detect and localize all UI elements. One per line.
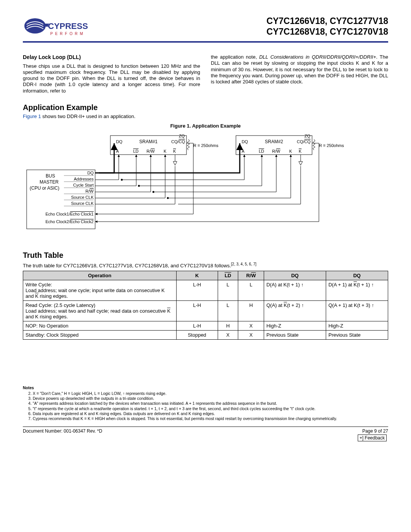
svg-text:Cycle Start: Cycle Start bbox=[73, 183, 94, 187]
svg-text:DQ: DQ bbox=[242, 139, 248, 144]
svg-text:R = 250ohms: R = 250ohms bbox=[319, 143, 344, 148]
th-dq1: DQ bbox=[264, 271, 326, 280]
sram1-label: SRAM#1 bbox=[139, 139, 158, 144]
note-item: Device powers up deselected with the out… bbox=[33, 396, 388, 401]
svg-text:Echo Clock2/Echo Clock2: Echo Clock2/Echo Clock2 bbox=[45, 219, 94, 224]
app-example-intro: Figure 1 shows two DDR-II+ used in an ap… bbox=[23, 113, 388, 119]
th-dq2: DQ bbox=[326, 271, 388, 280]
cypress-logo-icon: CYPRESS PERFORM bbox=[23, 15, 91, 38]
part-numbers: CY7C1266V18, CY7C1277V18 CY7C1268V18, CY… bbox=[266, 16, 388, 37]
svg-text:Addresses: Addresses bbox=[74, 177, 94, 181]
logo-text: CYPRESS bbox=[48, 21, 88, 31]
svg-text:LD: LD bbox=[133, 149, 139, 153]
dll-text-col1: These chips use a DLL that is designed t… bbox=[23, 63, 200, 94]
th-ld: LD bbox=[218, 271, 238, 280]
svg-text:(CPU or ASIC): (CPU or ASIC) bbox=[30, 185, 59, 191]
svg-point-42 bbox=[138, 185, 140, 187]
truth-intro-refs: [2, 3, 4, 5, 6, 7] bbox=[231, 262, 256, 266]
svg-text:MASTER: MASTER bbox=[40, 179, 59, 185]
svg-text:R/W: R/W bbox=[147, 149, 155, 153]
th-operation: Operation bbox=[23, 271, 177, 280]
truth-table: Operation K LD R/W DQ DQ Write Cycle: Lo… bbox=[23, 271, 388, 340]
svg-text:R/W: R/W bbox=[86, 189, 94, 193]
truth-table-intro: The truth table for CY7C1266V18, CY7C127… bbox=[23, 262, 388, 268]
svg-text:ZQ: ZQ bbox=[304, 134, 311, 138]
note-item: "t" represents the cycle at which a read… bbox=[33, 406, 388, 411]
truth-intro-text: The truth table for CY7C1266V18, CY7C127… bbox=[23, 263, 231, 268]
header-bar: CYPRESS PERFORM CY7C1266V18, CY7C1277V18… bbox=[23, 15, 388, 43]
svg-text:K: K bbox=[164, 149, 167, 153]
th-rw: R/W bbox=[238, 271, 264, 280]
dll-text-col2a: the application note, bbox=[211, 54, 259, 60]
svg-text:Source CLK: Source CLK bbox=[71, 201, 94, 206]
svg-text:DQ: DQ bbox=[88, 171, 94, 175]
svg-text:LD: LD bbox=[259, 149, 264, 153]
svg-text:A: A bbox=[242, 149, 245, 153]
figure-caption: Figure 1. Application Example bbox=[23, 123, 388, 129]
svg-text:ZQ: ZQ bbox=[179, 134, 185, 138]
note-item: Cypress recommends that K = K = HIGH whe… bbox=[33, 416, 388, 421]
notes-block: Notes X = "Don't Care," H = Logic HIGH, … bbox=[23, 385, 388, 421]
svg-point-43 bbox=[153, 191, 155, 193]
svg-text:BUS: BUS bbox=[46, 173, 55, 179]
sram2-label: SRAM#2 bbox=[265, 139, 283, 144]
footer-pagenum: Page 9 of 27 bbox=[362, 428, 388, 434]
svg-text:DQ: DQ bbox=[116, 139, 123, 144]
note-item: Data inputs are registered at K and K ri… bbox=[33, 411, 388, 416]
svg-text:Source CLK: Source CLK bbox=[71, 195, 94, 200]
logo: CYPRESS PERFORM bbox=[23, 15, 91, 38]
th-k: K bbox=[176, 271, 218, 280]
note-item: X = "Don't Care," H = Logic HIGH, L = Lo… bbox=[33, 391, 388, 396]
svg-text:R/W: R/W bbox=[272, 149, 280, 153]
svg-text:R = 250ohms: R = 250ohms bbox=[193, 143, 218, 148]
table-row: NOP: No Operation L-H H X High-Z High-Z bbox=[23, 321, 388, 331]
parts-line-1: CY7C1266V18, CY7C1277V18 bbox=[266, 16, 388, 27]
dll-columns: Delay Lock Loop (DLL) These chips use a … bbox=[23, 54, 388, 94]
parts-line-2: CY7C1268V18, CY7C1270V18 bbox=[266, 27, 388, 37]
app-intro-text: shows two DDR-II+ used in an application… bbox=[41, 113, 135, 119]
svg-text:CQ/CQ: CQ/CQ bbox=[297, 139, 311, 144]
svg-point-41 bbox=[121, 179, 123, 181]
truth-table-title: Truth Table bbox=[23, 251, 388, 260]
svg-text:CQ/CQ: CQ/CQ bbox=[171, 139, 185, 144]
footer: Document Number: 001-06347 Rev. *D Page … bbox=[23, 427, 388, 434]
svg-text:Echo Clock1/Echo Clock1: Echo Clock1/Echo Clock1 bbox=[45, 212, 94, 216]
note-item: "A" represents address location latched … bbox=[33, 401, 388, 406]
svg-text:K: K bbox=[289, 149, 292, 153]
svg-text:K: K bbox=[173, 149, 176, 153]
figure-link[interactable]: Figure 1 bbox=[23, 113, 41, 119]
table-row: Read Cycle: (2.5 cycle Latency) Load add… bbox=[23, 301, 388, 321]
notes-title: Notes bbox=[23, 385, 388, 390]
svg-point-44 bbox=[167, 197, 169, 199]
svg-text:A: A bbox=[116, 149, 119, 153]
application-diagram: SRAM#1 DQ A LD R/W K K CQ/CQ ZQ R = 250o… bbox=[23, 132, 388, 231]
footer-docnum: Document Number: 001-06347 Rev. *D bbox=[23, 428, 102, 434]
table-row: Standby: Clock Stopped Stopped X X Previ… bbox=[23, 331, 388, 340]
feedback-button[interactable]: +] Feedback bbox=[358, 435, 387, 441]
logo-subtext: PERFORM bbox=[50, 32, 85, 36]
table-row: Write Cycle: Load address; wait one cycl… bbox=[23, 280, 388, 301]
app-example-title: Application Example bbox=[23, 103, 388, 112]
dll-title: Delay Lock Loop (DLL) bbox=[23, 54, 200, 61]
dll-text-ital: DLL Considerations in QDRII/DDRII/QDRII+… bbox=[259, 54, 376, 60]
svg-text:K: K bbox=[299, 149, 302, 153]
